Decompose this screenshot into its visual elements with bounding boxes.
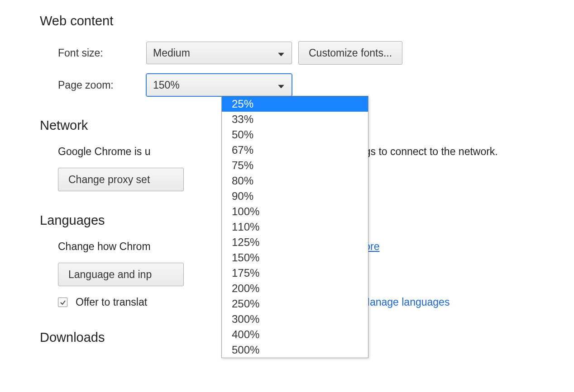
- zoom-option[interactable]: 67%: [222, 142, 368, 158]
- zoom-option[interactable]: 110%: [222, 219, 368, 235]
- label-font-size: Font size:: [58, 47, 146, 59]
- change-proxy-button[interactable]: Change proxy set: [58, 168, 184, 191]
- zoom-option[interactable]: 300%: [222, 312, 368, 327]
- offer-translate-checkbox[interactable]: [58, 298, 67, 307]
- row-page-zoom: Page zoom: 150%: [40, 74, 574, 96]
- zoom-option[interactable]: 50%: [222, 127, 368, 142]
- zoom-option[interactable]: 400%: [222, 327, 368, 342]
- select-font-size-value: Medium: [153, 47, 190, 59]
- zoom-option[interactable]: 125%: [222, 235, 368, 250]
- change-proxy-label: Change proxy set: [68, 174, 150, 186]
- zoom-option[interactable]: 75%: [222, 158, 368, 173]
- heading-web-content: Web content: [40, 14, 574, 28]
- page-zoom-dropdown[interactable]: 25%33%50%67%75%80%90%100%110%125%150%175…: [221, 96, 368, 358]
- zoom-option[interactable]: 25%: [222, 96, 368, 112]
- languages-desc-part1: Change how Chrom: [58, 241, 151, 252]
- zoom-option[interactable]: 150%: [222, 250, 368, 265]
- section-web-content: Web content Font size: Medium Customize …: [40, 14, 574, 96]
- zoom-option[interactable]: 500%: [222, 342, 368, 358]
- zoom-option[interactable]: 33%: [222, 112, 368, 127]
- zoom-option[interactable]: 80%: [222, 173, 368, 189]
- zoom-option[interactable]: 90%: [222, 189, 368, 204]
- svg-marker-1: [278, 85, 284, 89]
- zoom-option[interactable]: 250%: [222, 296, 368, 312]
- customize-fonts-label: Customize fonts...: [309, 47, 392, 59]
- manage-languages-link[interactable]: Manage languages: [361, 296, 450, 308]
- select-font-size[interactable]: Medium: [146, 42, 292, 64]
- language-input-label: Language and inp: [68, 269, 152, 281]
- zoom-option[interactable]: 200%: [222, 281, 368, 296]
- caret-down-icon: [278, 79, 284, 91]
- select-page-zoom-value: 150%: [153, 79, 180, 91]
- caret-down-icon: [278, 47, 284, 59]
- zoom-option[interactable]: 100%: [222, 204, 368, 219]
- zoom-option[interactable]: 175%: [222, 265, 368, 281]
- row-font-size: Font size: Medium Customize fonts...: [40, 41, 574, 65]
- network-desc-part1: Google Chrome is u: [58, 146, 151, 157]
- customize-fonts-button[interactable]: Customize fonts...: [298, 41, 402, 65]
- select-page-zoom[interactable]: 150%: [146, 74, 292, 96]
- language-input-settings-button[interactable]: Language and inp: [58, 263, 184, 286]
- offer-translate-text1: Offer to translat: [76, 296, 147, 308]
- label-page-zoom: Page zoom:: [58, 79, 146, 91]
- svg-marker-0: [278, 53, 284, 57]
